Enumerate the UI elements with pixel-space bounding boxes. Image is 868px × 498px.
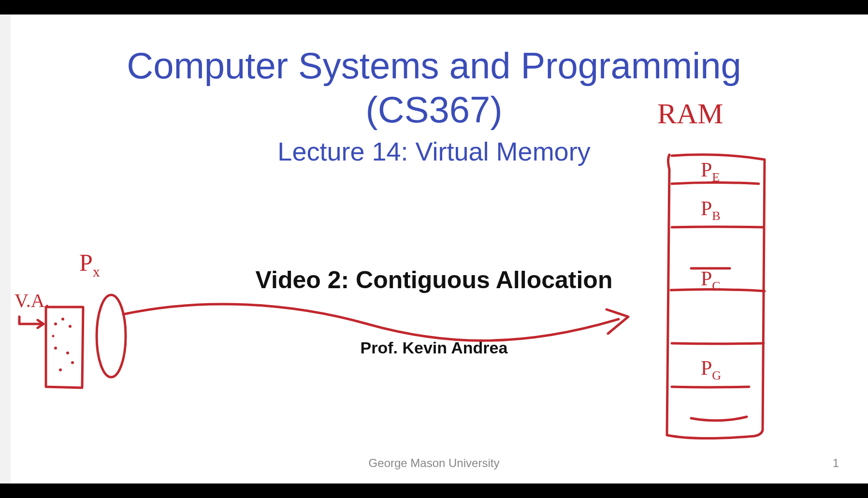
footer-university: George Mason University (0, 456, 868, 470)
slide-number: 1 (833, 456, 839, 470)
allocation-arrow (123, 304, 619, 340)
lens-circle (97, 295, 126, 377)
svg-point-7 (52, 335, 55, 337)
ram-row-label-5: PG (701, 357, 721, 382)
svg-point-2 (69, 325, 72, 328)
course-title-line2: (CS367) (0, 88, 868, 132)
ram-row-label-1: PB (701, 197, 721, 223)
svg-point-1 (61, 318, 64, 321)
lecture-subtitle: Lecture 14: Virtual Memory (0, 136, 868, 166)
video-title: Video 2: Contiguous Allocation (0, 266, 868, 294)
svg-point-5 (59, 368, 62, 371)
title-block: Computer Systems and Programming (CS367)… (0, 44, 868, 166)
allocation-arrow-head (607, 309, 628, 334)
svg-point-6 (71, 361, 74, 364)
course-title-line1: Computer Systems and Programming (0, 44, 868, 88)
svg-point-0 (54, 322, 57, 325)
professor-name: Prof. Kevin Andrea (0, 338, 868, 357)
slide-stage: Computer Systems and Programming (CS367)… (0, 15, 868, 483)
ram-box (667, 155, 765, 439)
